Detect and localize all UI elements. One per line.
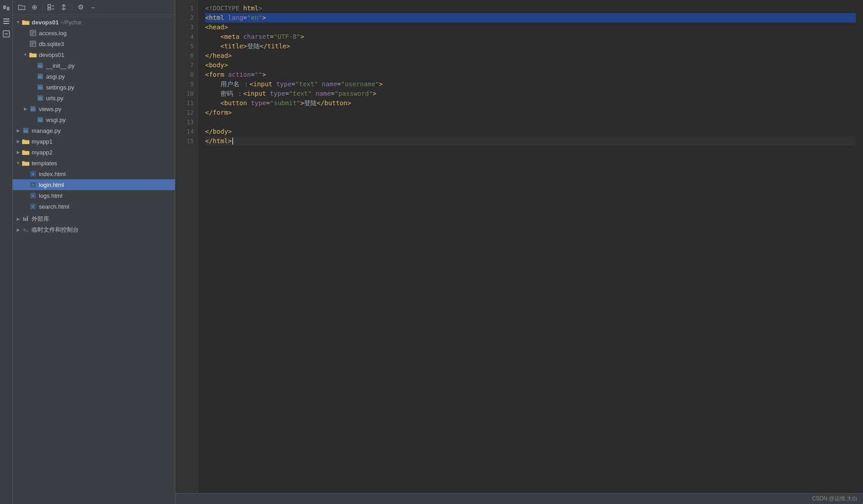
svg-rect-45 (27, 216, 28, 221)
tree-label-myapp2: myapp2 (32, 149, 52, 156)
sidebar-icon-todo[interactable] (1, 29, 11, 39)
tree-item-db-sqlite3[interactable]: db.sqlite3 (13, 38, 175, 49)
line-num-7: 7 (181, 61, 194, 70)
code-token (205, 42, 220, 51)
code-token: > (228, 127, 232, 136)
tree-item-search-html[interactable]: H search.html (13, 201, 175, 212)
tree-folder-templates[interactable]: templates (13, 158, 175, 168)
tree-label-init-py: __init__.py (46, 62, 75, 69)
svg-text:py: py (38, 64, 42, 68)
code-token (205, 32, 220, 42)
code-token (318, 79, 322, 89)
code-token: </ (317, 98, 324, 108)
tree-item-manage-py[interactable]: py manage.py (13, 125, 175, 136)
open-folder-button[interactable]: .. (16, 2, 27, 13)
code-token: = (337, 79, 341, 89)
tree-item-views-py[interactable]: py views.py (13, 103, 175, 114)
settings-button[interactable]: ⚙ (75, 2, 86, 13)
code-token: > (228, 51, 232, 61)
tree-item-init-py[interactable]: py __init__.py (13, 60, 175, 71)
svg-text:py: py (38, 75, 42, 79)
code-token: </ (205, 127, 213, 136)
tree-folder-devops01-inner[interactable]: devops01 (13, 49, 175, 60)
line-num-3: 3 (181, 23, 194, 32)
code-token: type (251, 98, 266, 108)
tree-folder-myapp1[interactable]: myapp1 (13, 136, 175, 147)
svg-text:..: .. (21, 6, 23, 10)
code-token: </ (205, 136, 213, 146)
code-token: = (331, 89, 334, 98)
svg-text:H: H (32, 194, 34, 197)
tree-label-temp-console: 临时文件和控制台 (32, 226, 79, 234)
code-token: < (205, 70, 209, 79)
code-token: lang (228, 13, 244, 23)
code-token: = (243, 13, 247, 23)
file-icon-manage-py: py (22, 127, 30, 134)
code-token: < (205, 23, 209, 32)
chevron-temp-console (14, 226, 22, 233)
line-num-4: 4 (181, 32, 194, 42)
code-token: > (286, 42, 290, 51)
tree-item-urls-py[interactable]: py urls.py (13, 93, 175, 103)
code-editor[interactable]: <!DOCTYPE html> <html lang="en"> <head> … (198, 0, 863, 493)
line-num-12: 12 (181, 108, 194, 117)
tree-folder-external-libs[interactable]: 外部库 (13, 214, 175, 224)
code-line-3: <head> (205, 23, 856, 32)
status-bar: CSDN @运维.大白 (175, 493, 863, 504)
new-file-button[interactable]: ⊕ (29, 2, 40, 13)
file-tree-panel: .. ⊕ ⚙ − (13, 0, 175, 504)
file-icon-search-html: H (29, 203, 37, 210)
tree-item-settings-py[interactable]: py settings.py (13, 82, 175, 93)
collapse-all-button[interactable] (46, 2, 56, 13)
code-line-1: <!DOCTYPE html> (205, 4, 856, 13)
folder-icon-devops01 (22, 19, 30, 26)
line-num-6: 6 (181, 51, 194, 61)
code-token: = (270, 32, 273, 42)
tree-folder-temp-console[interactable]: 临时文件和控制台 (13, 224, 175, 235)
sidebar-icon-structure[interactable] (1, 16, 11, 26)
file-icon-urls-py: py (36, 94, 44, 102)
code-token: head (213, 51, 228, 61)
tree-root-devops01[interactable]: devops01 ~/Pychar (13, 17, 175, 28)
code-token: button (224, 98, 247, 108)
tree-item-login-html[interactable]: H login.html (13, 179, 175, 190)
minimize-button[interactable]: − (88, 2, 98, 13)
svg-text:py: py (38, 97, 42, 100)
svg-rect-44 (25, 218, 26, 221)
chevron-manage (14, 127, 22, 134)
svg-text:H: H (32, 173, 34, 176)
tree-item-wsgi-py[interactable]: py wsgi.py (13, 114, 175, 125)
code-line-11: <button type="submit">登陆</button> (205, 98, 856, 108)
code-token: > (228, 136, 232, 146)
svg-rect-2 (3, 19, 9, 19)
code-token: = (251, 70, 254, 79)
code-line-6: </head> (205, 51, 856, 61)
line-num-13: 13 (181, 117, 194, 127)
svg-rect-10 (48, 8, 51, 10)
code-token: title (224, 42, 243, 51)
line-num-14: 14 (181, 127, 194, 136)
line-numbers: 1 2 3 4 5 6 7 8 9 10 11 12 13 14 15 (175, 0, 198, 493)
tree-folder-myapp2[interactable]: myapp2 (13, 147, 175, 158)
tree-label-devops01: devops01 ~/Pychar (32, 19, 82, 26)
code-token: body (209, 61, 224, 70)
code-token (247, 98, 251, 108)
code-token: charset (243, 32, 270, 42)
chevron-views (22, 105, 29, 112)
scroll-to-current-button[interactable] (58, 2, 69, 13)
line-num-10: 10 (181, 89, 194, 98)
line-num-8: 8 (181, 70, 194, 79)
svg-rect-4 (3, 23, 9, 24)
code-token: input (253, 79, 272, 89)
tree-label-external-libs: 外部库 (32, 215, 49, 223)
tree-item-access-log[interactable]: access.log (13, 28, 175, 38)
code-token: </ (260, 42, 267, 51)
file-icon-access-log (29, 29, 37, 37)
svg-text:H: H (32, 183, 34, 187)
tree-item-logs-html[interactable]: H logs.html (13, 190, 175, 201)
sidebar-icon-files[interactable] (1, 4, 11, 14)
tree-item-index-html[interactable]: H index.html (13, 168, 175, 179)
code-token: "username" (341, 79, 379, 89)
tree-item-asgi-py[interactable]: py asgi.py (13, 71, 175, 82)
tree-label-views-py: views.py (39, 106, 61, 112)
